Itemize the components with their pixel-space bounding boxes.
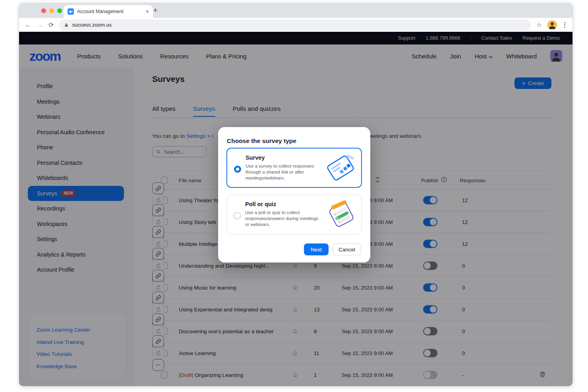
bookmark-star-icon[interactable]: ☆ xyxy=(536,21,542,29)
zoom-favicon-icon xyxy=(68,8,74,15)
url-text: success.zoom.us xyxy=(72,22,112,28)
minimize-window-button[interactable] xyxy=(49,8,54,13)
browser-window: Account Management × + ← → ⟳ success.zoo… xyxy=(19,3,573,386)
survey-type-modal: Choose the survey type Survey Use a surv… xyxy=(218,127,370,263)
survey-illustration xyxy=(324,154,357,184)
poll-radio[interactable] xyxy=(234,212,241,219)
address-bar[interactable]: success.zoom.us xyxy=(59,19,530,31)
zoom-web-page: Support 1.888.799.9666 Contact Sales Req… xyxy=(19,32,573,386)
option-poll-card[interactable]: Poll or quiz Use a poll or quiz to colle… xyxy=(226,195,362,235)
close-window-button[interactable] xyxy=(41,8,46,13)
window-controls xyxy=(41,8,62,13)
survey-option-description: Use a survey to collect responses throug… xyxy=(246,163,322,181)
poll-option-title: Poll or quiz xyxy=(245,201,276,207)
reload-icon[interactable]: ⟳ xyxy=(48,22,54,28)
option-survey-card[interactable]: Survey Use a survey to collect responses… xyxy=(226,148,362,188)
lock-icon xyxy=(64,22,69,28)
cancel-button[interactable]: Cancel xyxy=(333,243,361,255)
modal-title: Choose the survey type xyxy=(227,137,296,145)
survey-radio[interactable] xyxy=(234,166,241,173)
poll-illustration xyxy=(325,200,357,230)
tab-close-icon[interactable]: × xyxy=(146,8,149,15)
maximize-window-button[interactable] xyxy=(57,8,62,13)
back-icon[interactable]: ← xyxy=(25,22,31,28)
next-button[interactable]: Next xyxy=(304,243,329,255)
survey-option-title: Survey xyxy=(246,154,265,161)
new-tab-button[interactable]: + xyxy=(151,6,160,15)
browser-tab-strip: Account Management × + xyxy=(19,3,573,18)
tab-title: Account Management xyxy=(77,9,143,14)
poll-option-description: Use a poll or quiz to collect responses/… xyxy=(245,210,321,228)
browser-menu-icon[interactable] xyxy=(563,22,567,28)
forward-icon[interactable]: → xyxy=(37,22,43,28)
browser-url-bar: ← → ⟳ success.zoom.us ☆ xyxy=(19,18,573,32)
browser-tab[interactable]: Account Management × xyxy=(64,5,153,18)
browser-profile-avatar[interactable] xyxy=(547,20,557,30)
